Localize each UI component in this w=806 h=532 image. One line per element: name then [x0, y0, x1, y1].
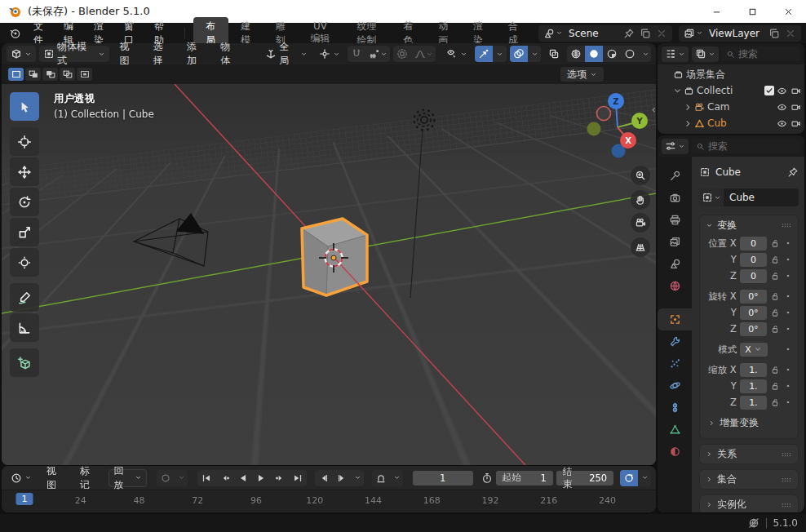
select-mode-button[interactable] [77, 68, 92, 81]
selectability-dropdown[interactable] [442, 46, 472, 62]
select-mode-button[interactable] [42, 68, 58, 81]
lock-icon[interactable] [770, 291, 780, 301]
transform-value-field[interactable]: 1. [740, 363, 767, 377]
lock-icon[interactable] [770, 381, 780, 391]
select-mode-button[interactable] [60, 68, 75, 81]
minimize-button[interactable] [698, 0, 734, 23]
expand-caret-icon[interactable] [684, 102, 692, 113]
outliner-item-label[interactable]: Cam [707, 101, 774, 113]
properties-tab-world[interactable] [658, 275, 692, 297]
animate-dot-icon[interactable] [783, 255, 793, 264]
outliner-item-label[interactable]: 场景集合 [686, 68, 801, 82]
delta-transform-subpanel[interactable]: 增量变换 [700, 414, 798, 432]
properties-tab-tool[interactable] [658, 165, 692, 187]
lock-icon[interactable] [770, 238, 780, 248]
outliner-row[interactable]: 场景集合 [658, 66, 804, 82]
maximize-button[interactable] [734, 0, 770, 23]
animate-dot-icon[interactable] [783, 324, 793, 334]
transform-value-field[interactable]: 0° [740, 322, 767, 336]
play-button[interactable] [252, 470, 270, 486]
outliner-item-label[interactable]: Cub [707, 117, 774, 129]
options-dropdown[interactable]: 选项 [560, 67, 604, 82]
transform-value-field[interactable]: X [740, 343, 768, 357]
transform-value-field[interactable]: 1. [740, 396, 767, 410]
collapsed-panel[interactable]: 实例化 [699, 494, 799, 512]
shading-wireframe-button[interactable] [567, 46, 585, 62]
frame-step-dropdown[interactable] [352, 470, 365, 486]
tool-cursor[interactable] [10, 127, 39, 156]
current-frame-field[interactable]: 1 [413, 471, 473, 485]
tool-move[interactable] [10, 157, 39, 186]
transform-value-field[interactable]: 0 [740, 237, 767, 250]
next-keyframe-button[interactable] [270, 470, 288, 486]
tool-select-box[interactable] [10, 92, 39, 121]
scene-name[interactable]: Scene [565, 28, 621, 39]
collection-checkbox[interactable] [764, 86, 774, 95]
proportional-edit-toggle[interactable] [393, 46, 411, 62]
transform-value-field[interactable]: 1. [740, 379, 767, 393]
hide-toggle-eye-icon[interactable] [777, 86, 787, 96]
playback-menu[interactable]: 回放 [108, 469, 147, 487]
lock-icon[interactable] [770, 255, 780, 264]
shading-dropdown[interactable] [639, 46, 651, 62]
network-offline-icon[interactable] [748, 517, 760, 529]
pivot-point-selector[interactable] [315, 46, 344, 62]
frame-end-field[interactable]: 结束250 [556, 471, 613, 485]
perspective-toggle-button[interactable] [631, 237, 650, 257]
transform-panel-header[interactable]: 变换 [700, 215, 798, 235]
blender-menu-icon[interactable] [8, 27, 20, 39]
outliner-row[interactable]: Collecti [658, 82, 804, 99]
show-overlays-toggle[interactable] [510, 46, 528, 62]
timeline-ruler[interactable]: 124487296120144168192216240 [2, 490, 656, 512]
view-layer-dropdown[interactable] [681, 28, 706, 39]
render-visibility-camera-icon[interactable] [790, 118, 801, 129]
properties-tab-object[interactable] [658, 308, 692, 330]
jump-to-start-button[interactable] [197, 470, 215, 486]
collapsed-panel[interactable]: 关系 [699, 444, 799, 464]
new-view-layer-button[interactable] [766, 28, 782, 39]
properties-tab-view-layer[interactable] [658, 231, 692, 253]
object-name-field[interactable]: Cube [724, 188, 799, 206]
transform-value-field[interactable]: 0 [740, 269, 767, 283]
expand-caret-icon[interactable] [673, 86, 681, 96]
expand-caret-icon[interactable] [684, 118, 692, 129]
animate-dot-icon[interactable] [783, 381, 793, 391]
shading-solid-button[interactable] [585, 46, 603, 62]
transform-value-field[interactable]: 0° [740, 290, 767, 304]
overlays-dropdown[interactable] [528, 46, 541, 62]
hide-toggle-eye-icon[interactable] [777, 102, 787, 113]
close-button[interactable] [770, 0, 806, 23]
pan-button[interactable] [631, 190, 650, 210]
animate-dot-icon[interactable] [783, 291, 793, 301]
pin-id-icon[interactable] [787, 166, 799, 178]
shading-rendered-button[interactable] [621, 46, 639, 62]
outliner-row[interactable]: Cub [658, 115, 804, 131]
auto-key-toggle[interactable] [157, 470, 175, 486]
navigation-gizmo[interactable]: Z Y X [582, 89, 653, 161]
properties-tab-data[interactable] [658, 419, 692, 441]
viewport-canvas[interactable]: 用户透视 (1) Collection | Cube Z Y X [2, 84, 656, 465]
properties-tab-scene[interactable] [658, 253, 692, 275]
tool-add-cube[interactable] [10, 348, 39, 377]
playback-sync-toggle[interactable] [620, 470, 638, 486]
sync-dropdown[interactable] [638, 470, 651, 486]
animate-dot-icon[interactable] [783, 397, 793, 407]
properties-tab-constraints[interactable] [658, 397, 692, 419]
lock-icon[interactable] [770, 324, 780, 334]
new-scene-button[interactable] [637, 28, 653, 39]
outliner-item-label[interactable]: Collecti [697, 85, 762, 96]
outliner-search-input[interactable]: 搜索 [722, 47, 800, 61]
select-mode-button[interactable] [25, 68, 41, 81]
animate-dot-icon[interactable] [783, 365, 793, 375]
tool-measure[interactable] [10, 313, 39, 342]
properties-tab-material[interactable] [658, 441, 692, 463]
timeline-editor-type-button[interactable] [7, 470, 36, 486]
mode-selector[interactable]: 物体模式 [39, 46, 109, 62]
auto-key-dropdown[interactable] [175, 470, 188, 486]
tool-transform[interactable] [10, 248, 39, 277]
animate-dot-icon[interactable] [783, 238, 793, 248]
sidebar-collapse-arrow[interactable]: ‹ [651, 104, 656, 115]
view-layer-name[interactable]: ViewLayer [706, 28, 766, 39]
properties-tab-physics[interactable] [658, 375, 692, 397]
tool-scale[interactable] [10, 218, 39, 246]
